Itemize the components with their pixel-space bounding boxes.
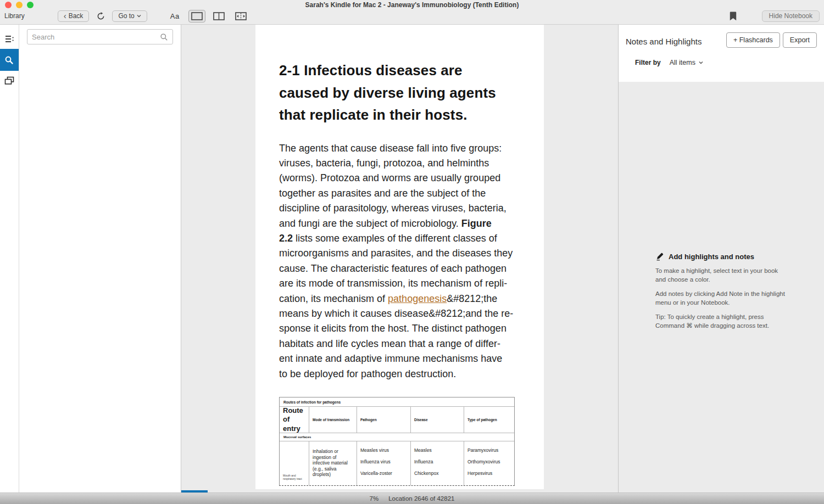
reading-progress-fill — [181, 490, 208, 492]
view-single-page-button[interactable] — [188, 10, 205, 23]
bookmark-icon — [730, 12, 737, 21]
notebook-header: Notes and Highlights + Flashcards Export… — [619, 25, 824, 82]
empty-state-title: Add highlights and notes — [669, 253, 754, 261]
search-panel — [19, 25, 181, 492]
goto-label: Go to — [118, 12, 134, 20]
empty-state-tip-3: Tip: To quickly create a highlight, pres… — [655, 313, 789, 330]
zoom-button[interactable] — [27, 2, 34, 8]
window-title: Sarah's Kindle for Mac 2 - Janeway's Imm… — [0, 0, 824, 10]
search-icon — [4, 55, 14, 65]
title-bar: Sarah's Kindle for Mac 2 - Janeway's Imm… — [0, 0, 824, 10]
view-fit-width-button[interactable] — [232, 10, 249, 23]
table-header-route: Route of entry — [280, 407, 309, 433]
view-mode-group — [188, 10, 249, 23]
reading-progress-bar[interactable] — [181, 490, 618, 492]
toc-icon — [4, 35, 14, 43]
search-tab-button[interactable] — [0, 49, 19, 71]
book-page: 2-1 Infectious diseases arecaused by div… — [255, 25, 544, 489]
filter-by-label: Filter by — [635, 59, 661, 66]
chevron-down-icon — [699, 61, 703, 64]
magnifier-icon — [160, 33, 168, 41]
reading-pane: 2-1 Infectious diseases arecaused by div… — [181, 25, 618, 492]
table-caption: Routes of infection for pathogens — [280, 397, 514, 407]
bookmark-button[interactable] — [730, 12, 737, 21]
toolbar: Library ‹ Back Go to Aa — [0, 10, 824, 25]
chevron-down-icon — [137, 14, 141, 18]
empty-state-tip-1: To make a highlight, select text in your… — [655, 267, 789, 284]
export-button[interactable]: Export — [783, 32, 817, 48]
table-header-mode: Mode of transmission — [309, 407, 357, 433]
notebook-body: Add highlights and notes To make a highl… — [619, 82, 824, 492]
pencil-icon — [655, 252, 664, 261]
back-button-label: Back — [69, 12, 83, 20]
table-col-route: Mouth and respiratory tract — [280, 441, 309, 485]
font-settings-button[interactable]: Aa — [170, 12, 180, 20]
table-col-disease: MeaslesInfluenzaChickenpox — [411, 441, 464, 485]
toc-button[interactable] — [0, 29, 19, 49]
filter-dropdown-value: All items — [670, 59, 695, 66]
cards-button[interactable] — [0, 71, 19, 91]
table-header-type: Type of pathogen — [464, 407, 515, 433]
sync-button[interactable] — [97, 12, 105, 20]
location-text: Location 2646 of 42821 — [388, 495, 454, 502]
table-col-type: ParamyxovirusOrthomyxovirusHerpesvirus — [464, 441, 515, 485]
table-col-mode: Inhalation or ingestion of infective mat… — [309, 441, 357, 485]
goto-dropdown[interactable]: Go to — [112, 10, 147, 22]
notebook-panel: Notes and Highlights + Flashcards Export… — [618, 25, 824, 492]
back-chevron-icon: ‹ — [64, 12, 66, 20]
notebook-title: Notes and Highlights — [626, 37, 701, 46]
progress-percent: 7% — [370, 495, 379, 502]
view-two-column-button[interactable] — [210, 10, 227, 23]
sidebar-rail — [0, 25, 19, 492]
chapter-heading: 2-1 Infectious diseases arecaused by div… — [279, 59, 522, 126]
view-single-page-icon — [191, 12, 203, 20]
body-paragraph: The agents that cause disease fall into … — [279, 141, 522, 382]
pathogenesis-link[interactable]: pathogenesis — [388, 293, 447, 304]
library-button[interactable]: Library — [4, 12, 25, 20]
table-section-label: Mucosal surfaces — [280, 433, 514, 441]
sync-icon — [97, 12, 105, 20]
table-col-pathogen: Measles virusInfluenza virusVaricella-zo… — [357, 441, 411, 485]
table-row: Mouth and respiratory tract Inhalation o… — [280, 441, 514, 485]
empty-state-tip-2: Add notes by clicking Add Note in the hi… — [655, 290, 789, 307]
search-input[interactable] — [32, 33, 160, 41]
add-flashcards-button[interactable]: + Flashcards — [726, 32, 780, 48]
notebook-empty-state: Add highlights and notes To make a highl… — [655, 252, 789, 330]
cards-icon — [4, 76, 14, 85]
status-bar: 7% Location 2646 of 42821 — [0, 492, 824, 504]
view-two-column-icon — [213, 12, 225, 20]
back-button[interactable]: ‹ Back — [58, 10, 90, 22]
figure-table: Routes of infection for pathogens Route … — [279, 397, 515, 486]
close-button[interactable] — [5, 2, 12, 8]
table-header-disease: Disease — [411, 407, 464, 433]
table-header-row: Route of entry Mode of transmission Path… — [280, 407, 514, 433]
kindle-window: Sarah's Kindle for Mac 2 - Janeway's Imm… — [0, 0, 824, 504]
table-header-pathogen: Pathogen — [357, 407, 411, 433]
hide-notebook-button[interactable]: Hide Notebook — [762, 10, 820, 22]
minimize-button[interactable] — [16, 2, 23, 8]
view-fit-width-icon — [235, 12, 247, 20]
search-box — [27, 29, 173, 44]
filter-dropdown[interactable]: All items — [670, 59, 703, 66]
